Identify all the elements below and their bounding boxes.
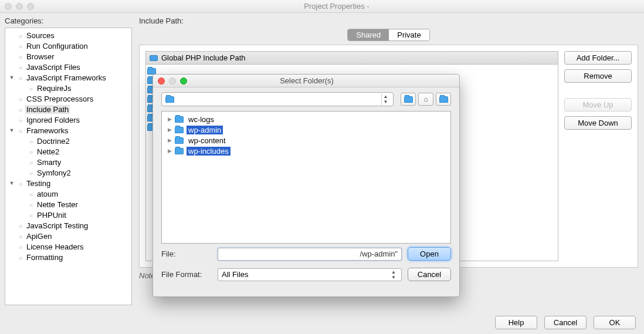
tab-shared[interactable]: Shared — [348, 29, 389, 41]
category-item[interactable]: Include Path — [5, 104, 131, 114]
folder-name: wc-logs — [187, 115, 216, 124]
category-label: Frameworks — [25, 126, 70, 135]
category-item[interactable]: Run Configuration — [5, 41, 131, 51]
home-icon[interactable]: ⌂ — [418, 93, 433, 106]
folder-name: wp-content — [187, 136, 228, 145]
path-selector[interactable]: ▲▼ — [161, 92, 394, 106]
bullet-icon — [16, 73, 25, 82]
category-item[interactable]: Sources — [5, 30, 131, 41]
window-traffic-lights — [5, 3, 34, 10]
categories-tree[interactable]: SourcesRun ConfigurationBrowserJavaScrip… — [5, 28, 132, 305]
chevron-right-icon[interactable]: ▶ — [165, 116, 174, 122]
folder-icon — [175, 137, 184, 144]
up-folder-icon[interactable] — [401, 93, 416, 106]
category-item[interactable]: Symfony2 — [5, 167, 131, 178]
new-folder-icon[interactable] — [436, 93, 451, 106]
category-label: Run Configuration — [25, 42, 89, 50]
minimize-icon[interactable] — [16, 3, 23, 10]
category-label: Formatting — [25, 253, 64, 262]
folder-icon — [175, 127, 184, 133]
folder-list[interactable]: ▶wc-logs▶wp-admin▶wp-content▶wp-includes — [161, 111, 451, 244]
category-item[interactable]: JavaScript Files — [5, 62, 131, 72]
category-label: ApiGen — [25, 232, 53, 241]
bullet-icon — [16, 179, 25, 188]
category-label: Ignored Folders — [25, 116, 81, 124]
folder-icon — [165, 96, 174, 103]
bullet-icon — [16, 31, 25, 40]
file-format-label: File Format: — [161, 270, 212, 279]
category-item[interactable]: Nette Tester — [5, 199, 131, 210]
bullet-icon — [16, 126, 25, 135]
categories-label: Categories: — [5, 16, 132, 25]
category-item[interactable]: RequireJs — [5, 83, 131, 93]
file-input[interactable] — [218, 248, 402, 261]
move-up-button[interactable]: Move Up — [564, 98, 632, 112]
folder-row[interactable]: ▶wp-includes — [162, 146, 450, 156]
category-item[interactable]: License Headers — [5, 241, 131, 252]
category-item[interactable]: atoum — [5, 188, 131, 199]
category-label: Symfony2 — [36, 168, 72, 177]
category-item[interactable]: ▼Testing — [5, 178, 131, 188]
category-item[interactable]: CSS Preprocessors — [5, 93, 131, 104]
zoom-icon[interactable] — [27, 3, 34, 10]
dialog-footer: Help Cancel OK — [495, 316, 636, 329]
bullet-icon — [16, 221, 25, 230]
bullet-icon — [16, 105, 25, 114]
category-item[interactable]: PHPUnit — [5, 210, 131, 220]
add-folder-button[interactable]: Add Folder... — [564, 51, 632, 65]
folder-icon — [147, 68, 156, 75]
file-format-value: All Files — [222, 270, 249, 279]
stepper-icon[interactable]: ▲▼ — [389, 269, 398, 281]
minimize-icon — [169, 77, 176, 85]
bullet-icon — [16, 232, 25, 241]
folder-icon — [175, 148, 184, 154]
category-label: RequireJs — [36, 84, 73, 93]
category-item[interactable]: Nette2 — [5, 146, 131, 157]
chevron-down-icon[interactable]: ▼ — [8, 180, 16, 186]
category-label: JavaScript Testing — [25, 221, 89, 230]
open-button[interactable]: Open — [408, 247, 451, 261]
bullet-icon — [26, 147, 36, 156]
close-icon[interactable] — [158, 77, 165, 85]
remove-button[interactable]: Remove — [564, 69, 632, 83]
move-down-button[interactable]: Move Down — [564, 116, 632, 130]
stepper-icon[interactable]: ▲▼ — [381, 93, 389, 105]
bullet-icon — [16, 242, 25, 251]
select-folder-dialog: Select Folder(s) ▲▼ ⌂ ▶wc-logs▶wp-admin▶… — [152, 74, 460, 297]
category-label: Sources — [25, 31, 56, 40]
folder-row[interactable]: ▶wc-logs — [162, 114, 450, 124]
category-item[interactable]: Doctrine2 — [5, 136, 131, 146]
include-path-label: Include Path: — [139, 16, 638, 25]
category-item[interactable]: JavaScript Testing — [5, 220, 131, 231]
bullet-icon — [16, 116, 25, 124]
folder-row[interactable]: ▶wp-content — [162, 135, 450, 146]
cancel-button[interactable]: Cancel — [544, 316, 587, 329]
include-path-list-header: Global PHP Include Path — [146, 52, 558, 65]
file-format-select[interactable]: All Files ▲▼ — [218, 268, 402, 281]
folder-row[interactable]: ▶wp-admin — [162, 124, 450, 135]
help-button[interactable]: Help — [495, 316, 537, 329]
category-item[interactable]: Smarty — [5, 157, 131, 167]
include-path-list-header-text: Global PHP Include Path — [161, 53, 246, 62]
category-item[interactable]: Ignored Folders — [5, 114, 131, 125]
bullet-icon — [16, 95, 25, 103]
chevron-right-icon[interactable]: ▶ — [165, 148, 174, 154]
toolbar-icons: ⌂ — [401, 93, 451, 106]
category-item[interactable]: Browser — [5, 51, 131, 62]
category-item[interactable]: ▼Frameworks — [5, 125, 131, 136]
category-item[interactable]: Formatting — [5, 252, 131, 262]
chevron-down-icon[interactable]: ▼ — [8, 127, 16, 133]
zoom-icon[interactable] — [180, 77, 187, 85]
category-label: Nette2 — [36, 147, 60, 156]
ok-button[interactable]: OK — [594, 316, 636, 329]
dialog-cancel-button[interactable]: Cancel — [408, 268, 451, 281]
bullet-icon — [16, 63, 25, 72]
close-icon[interactable] — [5, 3, 12, 10]
category-item[interactable]: ApiGen — [5, 231, 131, 241]
chevron-right-icon[interactable]: ▶ — [165, 137, 174, 143]
chevron-right-icon[interactable]: ▶ — [165, 127, 174, 133]
category-item[interactable]: ▼JavaScript Frameworks — [5, 72, 131, 83]
tab-private[interactable]: Private — [389, 29, 429, 41]
bullet-icon — [26, 158, 36, 167]
chevron-down-icon[interactable]: ▼ — [8, 75, 16, 80]
